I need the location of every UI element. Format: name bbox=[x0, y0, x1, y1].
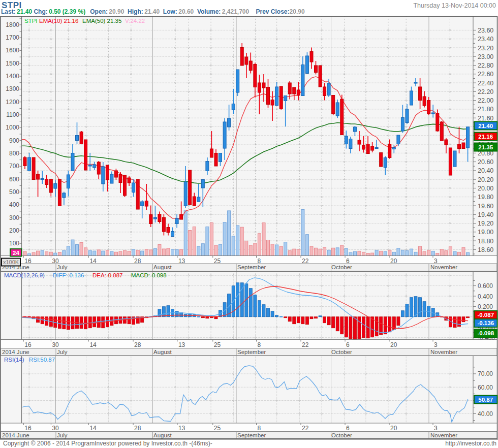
svg-text:30: 30 bbox=[52, 258, 59, 265]
svg-text:20.60: 20.60 bbox=[478, 158, 493, 166]
svg-text:23.40: 23.40 bbox=[478, 36, 493, 43]
svg-text:August: August bbox=[153, 432, 172, 438]
svg-text:30: 30 bbox=[52, 341, 59, 348]
svg-text:1500: 1500 bbox=[6, 60, 19, 67]
svg-text:August: August bbox=[153, 264, 172, 270]
svg-text:22.20: 22.20 bbox=[478, 88, 493, 95]
svg-text:30: 30 bbox=[52, 425, 59, 432]
svg-text:MACD:-0.098: MACD:-0.098 bbox=[131, 272, 167, 278]
svg-text:21.80: 21.80 bbox=[478, 106, 493, 113]
svg-text:August: August bbox=[153, 349, 172, 355]
svg-text:22: 22 bbox=[302, 425, 309, 432]
svg-text:Copyright © 2006 - 2014 Progra: Copyright © 2006 - 2014 ProgramInvestor … bbox=[3, 440, 212, 447]
svg-text:November: November bbox=[430, 432, 457, 438]
svg-text:21.40: 21.40 bbox=[478, 123, 493, 129]
svg-text:900: 900 bbox=[9, 137, 19, 144]
svg-text:19.60: 19.60 bbox=[478, 203, 493, 210]
svg-text:-0.136: -0.136 bbox=[477, 320, 494, 326]
svg-text:800: 800 bbox=[9, 150, 19, 157]
svg-text:0.400: 0.400 bbox=[478, 293, 493, 300]
svg-text:3: 3 bbox=[434, 425, 438, 432]
svg-text:28: 28 bbox=[134, 258, 141, 265]
svg-text:-0.098: -0.098 bbox=[477, 330, 494, 336]
svg-text:EMA(10) 21.16: EMA(10) 21.16 bbox=[39, 18, 78, 24]
svg-text:1700: 1700 bbox=[6, 34, 19, 41]
svg-text:1400: 1400 bbox=[6, 73, 19, 80]
svg-text:x100K: x100K bbox=[3, 259, 19, 265]
svg-text:23.20: 23.20 bbox=[478, 45, 493, 52]
svg-text:13: 13 bbox=[178, 258, 185, 265]
svg-text:V:24.22: V:24.22 bbox=[125, 18, 145, 24]
svg-text:70.00: 70.00 bbox=[478, 370, 493, 377]
svg-text:October: October bbox=[331, 264, 352, 270]
svg-text:22: 22 bbox=[302, 258, 309, 265]
svg-text:13: 13 bbox=[178, 425, 185, 432]
svg-text:DEA:-0.087: DEA:-0.087 bbox=[92, 272, 122, 278]
svg-text:October: October bbox=[331, 432, 352, 438]
svg-text:1800: 1800 bbox=[6, 21, 19, 28]
svg-text:23.60: 23.60 bbox=[478, 27, 493, 34]
svg-text:-0.087: -0.087 bbox=[477, 312, 494, 318]
svg-text:September: September bbox=[237, 432, 266, 438]
svg-text:25: 25 bbox=[214, 341, 221, 348]
svg-text:http://investor.co.th: http://investor.co.th bbox=[445, 440, 496, 447]
svg-text:20.00: 20.00 bbox=[478, 185, 493, 192]
svg-text:60.00: 60.00 bbox=[478, 384, 493, 391]
svg-text:22.00: 22.00 bbox=[478, 97, 493, 104]
svg-text:1600: 1600 bbox=[6, 47, 19, 54]
svg-text:22.40: 22.40 bbox=[478, 80, 493, 87]
svg-text:24: 24 bbox=[13, 250, 19, 256]
svg-text:28: 28 bbox=[134, 425, 141, 432]
svg-text:20.20: 20.20 bbox=[478, 176, 493, 183]
svg-text:EMA(50) 21.35: EMA(50) 21.35 bbox=[82, 18, 121, 24]
svg-text:2014 June: 2014 June bbox=[2, 349, 29, 355]
svg-text:18.80: 18.80 bbox=[478, 238, 493, 245]
svg-text:16: 16 bbox=[24, 341, 32, 348]
svg-text:3: 3 bbox=[434, 258, 438, 265]
svg-text:STPI: STPI bbox=[24, 18, 38, 24]
svg-text:40.00: 40.00 bbox=[478, 410, 493, 418]
svg-text:October: October bbox=[331, 349, 352, 355]
svg-text:19.40: 19.40 bbox=[478, 211, 493, 218]
svg-text:14: 14 bbox=[89, 341, 97, 348]
svg-text:22.60: 22.60 bbox=[478, 71, 493, 78]
svg-text:22: 22 bbox=[302, 341, 309, 348]
svg-text:300: 300 bbox=[9, 214, 19, 221]
svg-text:200: 200 bbox=[9, 227, 19, 234]
svg-text:500: 500 bbox=[9, 188, 19, 196]
svg-text:July: July bbox=[57, 432, 68, 438]
svg-text:0.600: 0.600 bbox=[478, 282, 493, 290]
svg-text:6: 6 bbox=[346, 258, 350, 265]
svg-text:July: July bbox=[57, 264, 68, 270]
svg-text:1200: 1200 bbox=[6, 99, 19, 106]
svg-text:25: 25 bbox=[214, 425, 221, 432]
svg-text:8: 8 bbox=[258, 258, 261, 265]
svg-text:13: 13 bbox=[178, 341, 185, 348]
svg-text:23.00: 23.00 bbox=[478, 53, 493, 60]
svg-text:8: 8 bbox=[258, 425, 261, 432]
svg-text:8: 8 bbox=[258, 341, 261, 348]
svg-text:2014 June: 2014 June bbox=[2, 432, 29, 438]
svg-text:50.87: 50.87 bbox=[478, 397, 493, 403]
svg-text:MACD(12,26,9): MACD(12,26,9) bbox=[4, 272, 45, 278]
svg-text:21.60: 21.60 bbox=[478, 115, 493, 122]
svg-text:22.80: 22.80 bbox=[478, 62, 493, 69]
svg-text:19.00: 19.00 bbox=[478, 229, 493, 236]
svg-text:700: 700 bbox=[9, 163, 19, 170]
svg-text:21.35: 21.35 bbox=[478, 144, 493, 150]
svg-text:600: 600 bbox=[9, 176, 19, 183]
svg-text:16: 16 bbox=[24, 425, 32, 432]
svg-text:20: 20 bbox=[390, 425, 397, 432]
svg-text:100: 100 bbox=[9, 240, 19, 247]
svg-text:6: 6 bbox=[346, 341, 350, 348]
svg-text:July: July bbox=[57, 349, 68, 355]
svg-text:18.60: 18.60 bbox=[478, 246, 493, 253]
svg-text:1300: 1300 bbox=[6, 85, 19, 92]
svg-text:November: November bbox=[430, 264, 457, 270]
svg-text:19.80: 19.80 bbox=[478, 194, 493, 201]
svg-text:20: 20 bbox=[390, 258, 397, 265]
svg-text:November: November bbox=[430, 349, 457, 355]
svg-text:0.200: 0.200 bbox=[478, 303, 493, 310]
svg-text:DIFF:-0.136: DIFF:-0.136 bbox=[53, 272, 84, 278]
svg-text:1000: 1000 bbox=[6, 124, 19, 131]
